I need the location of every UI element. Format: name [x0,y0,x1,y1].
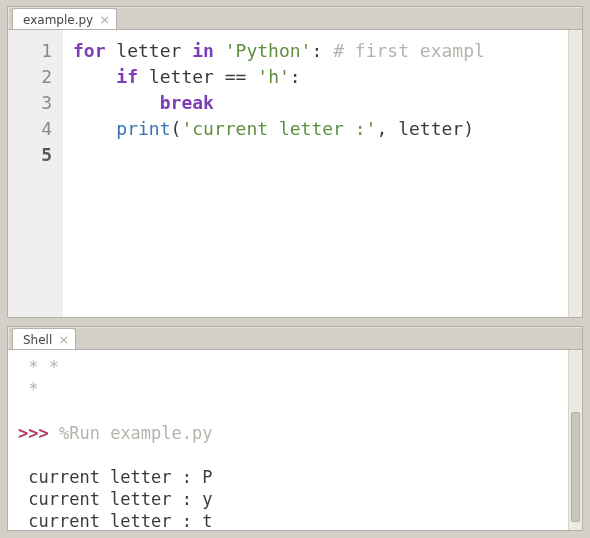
identifier: letter [387,118,463,139]
shell-scrollbar[interactable] [568,350,582,530]
identifier: letter [116,40,181,61]
punct: : [311,40,322,61]
shell-text: current letter : y [18,489,212,509]
keyword: in [192,40,214,61]
line-number: 2 [8,64,52,90]
line-number: 1 [8,38,52,64]
editor-content: 1 2 3 4 5 for letter in 'Python': # firs… [8,29,582,317]
editor-panel: example.py × 1 2 3 4 5 for letter in 'Py… [7,6,583,318]
shell-text: * * [18,357,59,377]
code-area[interactable]: for letter in 'Python': # first exampl i… [63,30,568,317]
line-number: 4 [8,116,52,142]
indent [73,118,116,139]
operator: == [225,66,247,87]
shell-command: %Run example.py [59,423,213,443]
shell-tab[interactable]: Shell × [12,328,76,350]
string-literal: 'current letter :' [181,118,376,139]
scrollbar-thumb[interactable] [571,412,580,522]
shell-content: * * * >>> %Run example.py current letter… [8,349,582,530]
close-icon[interactable]: × [99,13,110,26]
shell-text: * [18,379,38,399]
shell-tab-label: Shell [23,333,52,347]
shell-tabbar: Shell × [8,327,582,349]
keyword: if [116,66,138,87]
punct: ( [171,118,182,139]
editor-tab[interactable]: example.py × [12,8,117,30]
editor-tabbar: example.py × [8,7,582,29]
shell-panel: Shell × * * * >>> %Run example.py curren… [7,326,583,531]
identifier: letter [149,66,214,87]
shell-output[interactable]: * * * >>> %Run example.py current letter… [8,350,568,530]
indent [73,66,116,87]
keyword: for [73,40,106,61]
shell-text: current letter : t [18,511,212,530]
line-number-gutter: 1 2 3 4 5 [8,30,63,317]
shell-prompt: >>> [18,423,49,443]
close-icon[interactable]: × [58,333,69,346]
string-literal: 'Python' [225,40,312,61]
comment: # first exampl [333,40,485,61]
builtin-fn: print [116,118,170,139]
line-number: 3 [8,90,52,116]
punct: : [290,66,301,87]
indent [73,92,160,113]
editor-tab-label: example.py [23,13,93,27]
string-literal: 'h' [257,66,290,87]
line-number-current: 5 [8,142,52,168]
punct: , [376,118,387,139]
keyword: break [160,92,214,113]
shell-text: current letter : P [18,467,212,487]
editor-scrollbar[interactable] [568,30,582,317]
punct: ) [463,118,474,139]
